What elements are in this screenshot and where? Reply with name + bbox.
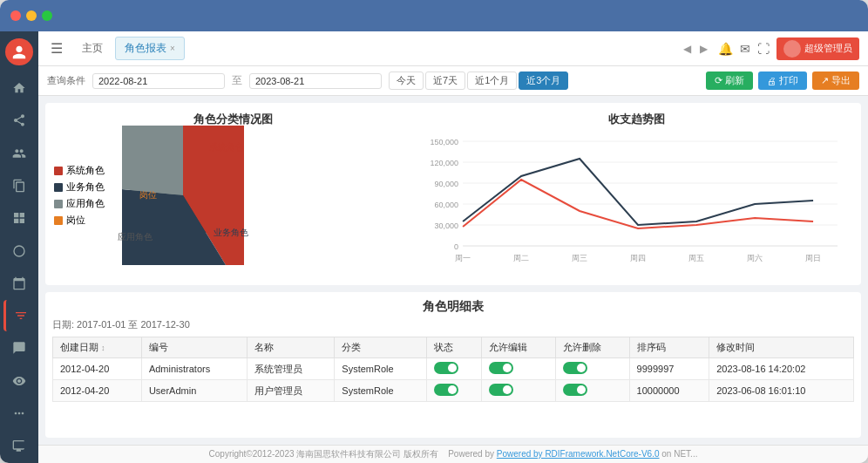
td-category-2: SystemRole (335, 380, 427, 402)
y-label-30k: 30,000 (434, 221, 458, 230)
btn-1month[interactable]: 近1个月 (467, 71, 517, 90)
top-bar: ☰ 主页 角色报表 × ◀ ▶ 🔔 ✉ ⛶ (38, 31, 868, 66)
legend-label-3: 应用角色 (66, 197, 105, 210)
print-icon: 🖨 (767, 76, 776, 86)
export-label: 导出 (831, 74, 851, 87)
date-to-input[interactable] (249, 73, 382, 89)
pie-legend: 系统角色 业务角色 应用角色 (54, 164, 105, 227)
legend-dot-3 (54, 200, 63, 208)
close-button[interactable] (10, 10, 21, 21)
minimize-button[interactable] (26, 10, 37, 21)
th-code[interactable]: 编号 (141, 337, 247, 358)
td-sort-1: 9999997 (629, 358, 709, 380)
pie-circle-4 (132, 144, 235, 248)
export-button[interactable]: ↗ 导出 (812, 71, 859, 90)
x-label-fri: 周五 (688, 254, 704, 262)
th-status[interactable]: 状态 (427, 337, 482, 358)
refresh-button[interactable]: ⟳ 刷新 (706, 71, 753, 90)
td-delete-2 (555, 380, 629, 402)
tab-home[interactable]: 主页 (73, 37, 112, 60)
btn-3months[interactable]: 近3个月 (519, 71, 568, 90)
table-scroll[interactable]: 创建日期 ↕ 编号 名称 分类 状态 允许编辑 允许删除 排序码 修改时间 (52, 337, 854, 402)
sidebar-icon-home[interactable] (3, 72, 35, 103)
x-label-sun: 周日 (805, 254, 821, 262)
filter-label: 查询条件 (47, 74, 85, 87)
user-menu-button[interactable]: 超级管理员 (776, 37, 859, 60)
th-modified[interactable]: 修改时间 (709, 337, 854, 358)
tab-active-label: 角色报表 (125, 41, 166, 56)
toggle-edit-1[interactable] (489, 362, 513, 374)
table-section: 角色明细表 日期: 2017-01-01 至 2017-12-30 创建日期 ↕… (45, 292, 861, 438)
th-can-delete[interactable]: 允许删除 (555, 337, 629, 358)
sidebar-icon-eye[interactable] (3, 365, 35, 396)
print-button[interactable]: 🖨 打印 (758, 71, 807, 90)
th-sort[interactable]: 排序码 (629, 337, 709, 358)
date-separator: 至 (232, 73, 242, 88)
toggle-status-2[interactable] (434, 384, 458, 396)
y-label-90k: 90,000 (434, 180, 458, 188)
legend-label-1: 系统角色 (66, 164, 105, 177)
email-icon[interactable]: ✉ (740, 42, 750, 56)
expand-icon[interactable]: ⛶ (757, 42, 770, 56)
td-sort-2: 10000000 (629, 380, 709, 402)
x-label-sat: 周六 (747, 254, 763, 262)
sidebar-icon-share[interactable] (3, 106, 35, 136)
toggle-edit-2[interactable] (489, 384, 513, 396)
th-can-edit[interactable]: 允许编辑 (481, 337, 555, 358)
avatar[interactable] (5, 38, 33, 65)
date-from-input[interactable] (92, 73, 225, 89)
sidebar-icon-grid[interactable] (3, 203, 35, 234)
legend-dot-2 (54, 183, 63, 192)
legend-dot-4 (54, 216, 63, 225)
line-chart-svg: 150,000 120,000 90,000 60,000 30,000 0 (422, 134, 852, 274)
sidebar-icon-copy[interactable] (3, 170, 35, 201)
line-chart-title: 收支趋势图 (422, 112, 852, 127)
table-header-row: 创建日期 ↕ 编号 名称 分类 状态 允许编辑 允许删除 排序码 修改时间 (53, 337, 854, 358)
td-delete-1 (555, 358, 629, 380)
tab-active[interactable]: 角色报表 × (115, 37, 185, 60)
btn-7days[interactable]: 近7天 (425, 71, 465, 90)
y-label-60k: 60,000 (434, 201, 458, 209)
btn-today[interactable]: 今天 (389, 71, 424, 90)
back-button[interactable]: ◀ (680, 41, 695, 57)
td-status-2 (427, 380, 482, 402)
legend-dot-1 (54, 167, 63, 175)
legend-item-3: 应用角色 (54, 197, 105, 210)
export-icon: ↗ (821, 75, 829, 86)
toggle-delete-2[interactable] (563, 384, 587, 396)
charts-row: 角色分类情况图 系统角色 业务角色 (45, 103, 861, 285)
th-category[interactable]: 分类 (335, 337, 427, 358)
toggle-delete-1[interactable] (563, 362, 587, 374)
footer-link[interactable]: Powered by RDIFramework.NetCore-V6.0 (497, 449, 660, 459)
back-forward: ◀ ▶ (680, 41, 711, 57)
sidebar-icon-filter[interactable] (3, 300, 35, 330)
maximize-button[interactable] (42, 10, 52, 21)
td-edit-1 (481, 358, 555, 380)
toggle-status-1[interactable] (434, 362, 458, 374)
svg-point-0 (14, 246, 24, 256)
refresh-label: 刷新 (725, 74, 744, 87)
td-code-1: Administrators (141, 358, 247, 380)
x-label-mon: 周一 (455, 254, 471, 262)
line-dark-series (463, 159, 813, 225)
sidebar-icon-calendar[interactable] (3, 268, 35, 298)
hamburger-button[interactable]: ☰ (47, 37, 66, 60)
filter-bar: 查询条件 至 今天 近7天 近1个月 近3个月 ⟳ 刷新 🖨 (38, 66, 868, 96)
th-name[interactable]: 名称 (248, 337, 335, 358)
th-created[interactable]: 创建日期 ↕ (53, 337, 142, 358)
sidebar-icon-circle[interactable] (3, 235, 35, 266)
sidebar-icon-users[interactable] (3, 138, 35, 168)
forward-button[interactable]: ▶ (696, 41, 711, 57)
footer-on: on NET... (661, 449, 697, 459)
legend-label-2: 业务角色 (66, 180, 105, 194)
tab-close-icon[interactable]: × (170, 44, 175, 53)
sidebar-icon-chat[interactable] (3, 333, 35, 364)
sidebar-icon-monitor[interactable] (3, 431, 35, 461)
table-title: 角色明细表 (52, 299, 854, 315)
td-modified-2: 2023-06-08 16:01:10 (709, 380, 854, 402)
td-name-2: 用户管理员 (248, 380, 335, 402)
notification-icon[interactable]: 🔔 (718, 42, 733, 56)
sidebar-icon-more[interactable] (3, 398, 35, 428)
refresh-icon: ⟳ (715, 75, 722, 86)
pie-container: 系统角色 业务角色 应用角色 岗位 (113, 134, 253, 256)
